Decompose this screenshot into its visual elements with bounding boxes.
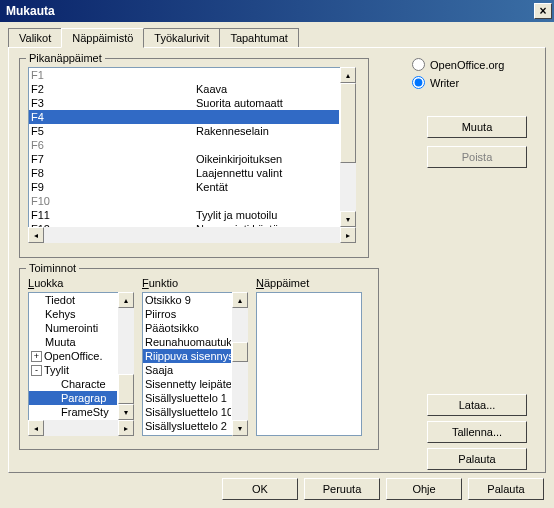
list-item[interactable]: Riippuva sisennys [143, 349, 231, 363]
keys-listbox[interactable] [256, 292, 362, 436]
scroll-up-icon[interactable]: ▴ [340, 67, 356, 83]
cat-scroll-h[interactable]: ◂ ▸ [28, 420, 134, 436]
shortcut-row[interactable]: F7Oikeinkirjoituksen [29, 152, 339, 166]
dialog-body: Valikot Näppäimistö Työkalurivit Tapahtu… [0, 22, 554, 508]
scroll-thumb[interactable] [340, 83, 356, 163]
cat-scroll-v[interactable]: ▴ ▾ [118, 292, 134, 420]
shortcut-row[interactable]: F2Kaava [29, 82, 339, 96]
reset-button[interactable]: Palauta [427, 448, 527, 470]
scroll-left-icon[interactable]: ◂ [28, 227, 44, 243]
shortcuts-listbox[interactable]: F1F2KaavaF3Suorita automaattF4F5Rakennes… [28, 67, 356, 243]
shortcut-row[interactable]: F3Suorita automaatt [29, 96, 339, 110]
load-button[interactable]: Lataa... [427, 394, 527, 416]
tab-content: Pikanäppäimet F1F2KaavaF3Suorita automaa… [8, 47, 546, 473]
list-item[interactable]: Sisennetty leipätek [143, 377, 231, 391]
help-button[interactable]: Ohje [386, 478, 462, 500]
list-item[interactable]: Saaja [143, 363, 231, 377]
func-scroll-v[interactable]: ▴ ▾ [232, 292, 248, 436]
scroll-up-icon[interactable]: ▴ [232, 292, 248, 308]
bottom-reset-button[interactable]: Palauta [468, 478, 544, 500]
scroll-right-icon[interactable]: ▸ [118, 420, 134, 436]
tree-item[interactable]: Tiedot [29, 293, 117, 307]
shortcut-row[interactable]: F8Laajennettu valint [29, 166, 339, 180]
scroll-up-icon[interactable]: ▴ [118, 292, 134, 308]
list-item[interactable]: Sisällysluettelo 1 [143, 391, 231, 405]
tree-item[interactable]: Kehys [29, 307, 117, 321]
radio-openoffice[interactable]: OpenOffice.org [412, 58, 504, 71]
scroll-thumb[interactable] [232, 342, 248, 362]
list-item[interactable]: Sisällysluettelo 10 [143, 405, 231, 419]
shortcut-row[interactable]: F10 [29, 194, 339, 208]
ok-button[interactable]: OK [222, 478, 298, 500]
tab-menus[interactable]: Valikot [8, 28, 62, 47]
radio-openoffice-input[interactable] [412, 58, 425, 71]
side-buttons2: Lataa... Tallenna... Palauta [427, 394, 527, 470]
tree-item[interactable]: Numerointi [29, 321, 117, 335]
tree-item[interactable]: -Tyylit [29, 363, 117, 377]
scrollbar-vertical[interactable]: ▴ ▾ [340, 67, 356, 227]
shortcut-row[interactable]: F5Rakenneselain [29, 124, 339, 138]
scroll-down-icon[interactable]: ▾ [340, 211, 356, 227]
shortcuts-fieldset: Pikanäppäimet F1F2KaavaF3Suorita automaa… [19, 58, 369, 258]
save-button[interactable]: Tallenna... [427, 421, 527, 443]
function-label: Funktio [142, 277, 248, 289]
category-label: Luokka [28, 277, 134, 289]
list-item[interactable]: Pääotsikko [143, 321, 231, 335]
titlebar: Mukauta × [0, 0, 554, 22]
tab-bar: Valikot Näppäimistö Työkalurivit Tapahtu… [8, 28, 546, 47]
side-buttons: Muuta Poista [427, 116, 527, 168]
list-item[interactable]: Sisällysluettelo 2 [143, 419, 231, 433]
tab-keyboard[interactable]: Näppäimistö [61, 28, 144, 48]
delete-button: Poista [427, 146, 527, 168]
tree-item[interactable]: Characte [29, 377, 117, 391]
radio-writer-input[interactable] [412, 76, 425, 89]
scroll-thumb[interactable] [118, 374, 134, 404]
scrollbar-horizontal[interactable]: ◂ ▸ [28, 227, 356, 243]
shortcut-row[interactable]: F11Tyylit ja muotoilu [29, 208, 339, 222]
list-item[interactable]: Otsikko 9 [143, 293, 231, 307]
tree-item[interactable]: FrameSty [29, 405, 117, 419]
list-item[interactable]: Piirros [143, 307, 231, 321]
tree-item[interactable]: +OpenOffice. [29, 349, 117, 363]
window-title: Mukauta [6, 4, 55, 18]
scroll-down-icon[interactable]: ▾ [232, 420, 248, 436]
scope-radio-group: OpenOffice.org Writer [412, 58, 504, 94]
scroll-down-icon[interactable]: ▾ [118, 404, 134, 420]
keys-label: Näppäimet [256, 277, 362, 289]
change-button[interactable]: Muuta [427, 116, 527, 138]
tab-events[interactable]: Tapahtumat [219, 28, 298, 47]
tree-item[interactable]: Paragrap [29, 391, 117, 405]
bottom-buttons: OK Peruuta Ohje Palauta [222, 478, 544, 500]
functions-label: Toiminnot [26, 262, 79, 274]
tab-toolbars[interactable]: Työkalurivit [143, 28, 220, 47]
list-item[interactable]: Reunahuomautuks [143, 335, 231, 349]
functions-fieldset: Toiminnot Luokka TiedotKehysNumerointiMu… [19, 268, 379, 450]
shortcut-row[interactable]: F1 [29, 68, 339, 82]
tree-item[interactable]: Muuta [29, 335, 117, 349]
shortcut-row[interactable]: F4 [29, 110, 339, 124]
close-icon[interactable]: × [534, 3, 552, 19]
collapse-icon[interactable]: - [31, 365, 42, 376]
scroll-right-icon[interactable]: ▸ [340, 227, 356, 243]
expand-icon[interactable]: + [31, 351, 42, 362]
scroll-left-icon[interactable]: ◂ [28, 420, 44, 436]
shortcut-row[interactable]: F6 [29, 138, 339, 152]
shortcuts-label: Pikanäppäimet [26, 52, 105, 64]
shortcut-row[interactable]: F9Kentät [29, 180, 339, 194]
cancel-button[interactable]: Peruuta [304, 478, 380, 500]
radio-writer[interactable]: Writer [412, 76, 504, 89]
